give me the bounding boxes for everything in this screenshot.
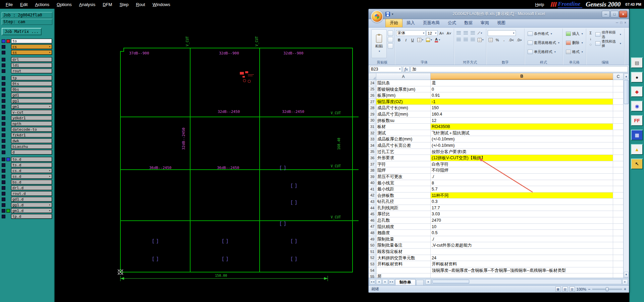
sheet-nav-next-icon[interactable]: ► bbox=[382, 279, 388, 285]
scrollbar-thumb[interactable] bbox=[624, 80, 629, 104]
layer-item-ss.d[interactable]: ss.d▸ bbox=[11, 174, 52, 179]
row-number[interactable]: 48 bbox=[369, 230, 376, 236]
cell-b47[interactable]: 10 bbox=[431, 224, 613, 230]
shrink-font-icon[interactable]: A˅ bbox=[446, 30, 452, 36]
copy-icon[interactable] bbox=[388, 37, 393, 42]
fx-icon[interactable]: fx bbox=[403, 66, 410, 72]
job-matrix-button[interactable]: Job Matrix ... bbox=[2, 28, 42, 35]
layer-checkbox[interactable] bbox=[2, 76, 5, 80]
layer-checkbox[interactable] bbox=[2, 111, 5, 114]
cut-icon[interactable] bbox=[388, 31, 393, 36]
layer-item-drl[interactable]: drl bbox=[11, 57, 52, 62]
comma-style-button[interactable]: ， bbox=[501, 37, 507, 43]
cell-b38[interactable]: 不印阻焊 bbox=[431, 167, 613, 174]
layer-checkbox[interactable] bbox=[2, 186, 5, 190]
job-name-field[interactable]: Job : 2g0042fla0 bbox=[2, 12, 52, 18]
menu-step[interactable]: Step bbox=[116, 1, 132, 8]
toolbar-target-tool[interactable]: ◉ bbox=[631, 101, 643, 112]
cell-c55[interactable] bbox=[613, 273, 623, 278]
sheet-nav-last-icon[interactable]: ►► bbox=[389, 279, 394, 285]
cell-c26[interactable] bbox=[613, 92, 623, 99]
row-number[interactable]: 51 bbox=[369, 249, 376, 255]
cell-c54[interactable] bbox=[613, 267, 623, 274]
layer-checkbox[interactable] bbox=[2, 150, 5, 154]
format-as-table-button[interactable]: 套用表格格式▾ bbox=[526, 38, 561, 47]
underline-button[interactable]: U bbox=[410, 37, 416, 43]
cell-a53[interactable]: 开料板材资料 bbox=[376, 261, 431, 267]
row-number[interactable]: 35 bbox=[369, 149, 376, 155]
layer-item-gg1.d[interactable]: gg1.d▸ bbox=[11, 203, 52, 207]
cell-b34[interactable]: (+/-0.10mm) bbox=[431, 142, 613, 149]
insert-cells-button[interactable]: 插入▾ bbox=[564, 29, 585, 38]
layer-item-cs[interactable]: cs▸ bbox=[11, 44, 52, 49]
cell-c51[interactable] bbox=[613, 249, 623, 255]
cell-c50[interactable] bbox=[613, 242, 623, 249]
layer-item-rout[interactable]: rout bbox=[11, 69, 52, 73]
cell-a24[interactable]: 阻抗条 bbox=[376, 80, 431, 86]
cell-c42[interactable] bbox=[613, 192, 623, 199]
cell-c39[interactable] bbox=[613, 174, 623, 180]
layer-checkbox[interactable] bbox=[2, 99, 5, 103]
layer-checkbox[interactable] bbox=[2, 39, 5, 43]
number-format-select[interactable]: ▾ bbox=[488, 30, 516, 36]
align-top-icon[interactable] bbox=[455, 30, 462, 36]
cell-b54[interactable]: 顶铜厚度--底铜厚度--含铜板厚--不含铜厚--顶残铜率--底残铜率--板材类型 bbox=[431, 267, 613, 274]
ribbon-tab-1[interactable]: 插入 bbox=[402, 19, 419, 27]
row-number[interactable]: 42 bbox=[369, 192, 376, 199]
cell-b33[interactable]: (+/-0.10mm) bbox=[431, 136, 613, 142]
toolbar-cursor-tool[interactable]: ↖ bbox=[631, 159, 643, 169]
cell-b52[interactable]: 24 bbox=[431, 255, 613, 261]
cell-styles-button[interactable]: 单元格样式▾ bbox=[526, 47, 557, 56]
row-number[interactable]: 32 bbox=[369, 130, 376, 136]
row-number[interactable]: 37 bbox=[369, 161, 376, 168]
cell-a38[interactable]: 阻焊 bbox=[376, 167, 431, 174]
cell-b53[interactable]: 开料板材资料 bbox=[431, 261, 613, 267]
layer-checkbox[interactable] bbox=[2, 122, 5, 126]
fill-down-icon[interactable]: ↓ bbox=[588, 36, 594, 41]
align-left-icon[interactable] bbox=[455, 37, 462, 43]
cell-b49[interactable]: ./ bbox=[431, 236, 613, 243]
layer-item-d[interactable]: d bbox=[11, 150, 52, 155]
cell-a50[interactable]: 限制批量备注 bbox=[376, 242, 431, 249]
autosum-button[interactable]: Σ bbox=[588, 30, 594, 36]
cell-c32[interactable] bbox=[613, 130, 623, 136]
row-number[interactable]: 52 bbox=[369, 255, 376, 261]
layer-item-0ts[interactable]: 0ts bbox=[11, 81, 52, 86]
cell-b35[interactable]: 按部分客户要求I类 bbox=[431, 149, 613, 155]
layer-checkbox[interactable] bbox=[2, 180, 5, 184]
layer-item-dwk[interactable]: dwk bbox=[11, 138, 52, 143]
layer-checkbox[interactable] bbox=[2, 203, 5, 207]
toolbar-warning-tool[interactable]: ▲ bbox=[631, 144, 643, 155]
menu-options[interactable]: Options bbox=[53, 1, 75, 8]
format-painter-icon[interactable] bbox=[388, 43, 393, 49]
toolbar-marker-tool[interactable]: ◆ bbox=[631, 86, 643, 97]
cell-c47[interactable] bbox=[613, 224, 623, 230]
cell-a48[interactable]: 翘曲度 bbox=[376, 230, 431, 236]
cell-c44[interactable] bbox=[613, 205, 623, 211]
column-header-a[interactable]: A bbox=[376, 73, 431, 80]
layer-item-drl.d[interactable]: drl.d bbox=[11, 185, 52, 190]
cell-c48[interactable] bbox=[613, 230, 623, 236]
cell-a25[interactable]: 图镀铜镍金厚度(um) bbox=[376, 86, 431, 93]
cell-c37[interactable] bbox=[613, 161, 623, 168]
row-number[interactable]: 31 bbox=[369, 124, 376, 130]
cell-b26[interactable]: 0.91 bbox=[431, 92, 613, 99]
zoom-slider[interactable] bbox=[592, 289, 622, 290]
cell-a46[interactable]: 总孔数 bbox=[376, 217, 431, 224]
scroll-down-icon[interactable]: ▼ bbox=[624, 272, 629, 277]
cell-b50[interactable]: ,V-cut外形公差超能力 bbox=[431, 242, 613, 249]
cell-b28[interactable]: 150 bbox=[431, 105, 613, 111]
cell-a55[interactable]: 层 bbox=[376, 273, 431, 278]
row-number[interactable]: 43 bbox=[369, 199, 376, 205]
row-number[interactable]: 24 bbox=[369, 80, 376, 86]
row-number[interactable]: 38 bbox=[369, 167, 376, 174]
cell-b46[interactable]: 2470 bbox=[431, 217, 613, 224]
bold-button[interactable]: B bbox=[396, 37, 402, 43]
row-number[interactable]: 29 bbox=[369, 111, 376, 118]
cell-a39[interactable]: 层压不可更改 bbox=[376, 174, 431, 180]
align-right-icon[interactable] bbox=[470, 37, 476, 43]
row-number[interactable]: 45 bbox=[369, 211, 376, 217]
layer-item-ss[interactable]: ss▸ bbox=[11, 50, 52, 55]
cell-b48[interactable]: 0.5 bbox=[431, 230, 613, 236]
horizontal-scrollbar[interactable]: ◄ ► bbox=[425, 279, 628, 285]
